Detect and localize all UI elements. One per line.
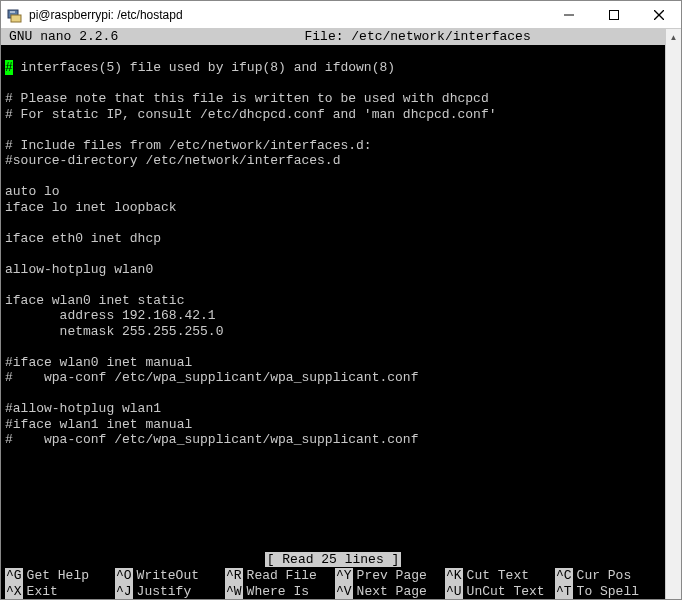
- editor-line: [5, 339, 665, 355]
- window-title: pi@raspberrypi: /etc/hostapd: [29, 8, 546, 22]
- shortcut-key: ^C: [555, 568, 573, 584]
- editor-line: [5, 76, 665, 92]
- titlebar: pi@raspberrypi: /etc/hostapd: [1, 1, 681, 29]
- editor-line: #allow-hotplug wlan1: [5, 401, 665, 417]
- svg-rect-4: [609, 10, 618, 19]
- nano-shortcut: ^WWhere Is: [225, 584, 335, 600]
- editor-content[interactable]: # interfaces(5) file used by ifup(8) and…: [1, 60, 665, 448]
- shortcut-label: Get Help: [27, 568, 89, 584]
- nano-shortcuts-row-2: ^XExit^JJustify^WWhere Is^VNext Page^UUn…: [5, 584, 665, 600]
- minimize-button[interactable]: [546, 1, 591, 29]
- nano-shortcuts-row-1: ^GGet Help^OWriteOut^RRead File^YPrev Pa…: [5, 568, 665, 584]
- shortcut-key: ^T: [555, 584, 573, 600]
- editor-line: [5, 122, 665, 138]
- editor-line: # wpa-conf /etc/wpa_supplicant/wpa_suppl…: [5, 432, 665, 448]
- editor-line: [5, 215, 665, 231]
- terminal[interactable]: GNU nano 2.2.6 File: /etc/network/interf…: [1, 29, 665, 599]
- nano-shortcut: ^RRead File: [225, 568, 335, 584]
- scrollbar[interactable]: ▲: [665, 29, 681, 599]
- editor-line: iface wlan0 inet static: [5, 293, 665, 309]
- titlebar-controls: [546, 1, 681, 29]
- editor-line: [5, 246, 665, 262]
- shortcut-key: ^X: [5, 584, 23, 600]
- nano-shortcuts: ^GGet Help^OWriteOut^RRead File^YPrev Pa…: [1, 568, 665, 599]
- nano-shortcut: ^VNext Page: [335, 584, 445, 600]
- editor-line: [5, 169, 665, 185]
- shortcut-label: Cut Text: [467, 568, 529, 584]
- nano-shortcut: ^GGet Help: [5, 568, 115, 584]
- editor-line: iface lo inet loopback: [5, 200, 665, 216]
- shortcut-label: To Spell: [577, 584, 639, 600]
- nano-status-text: [ Read 25 lines ]: [265, 552, 402, 568]
- cursor: #: [5, 60, 13, 75]
- putty-icon: [7, 7, 23, 23]
- editor-line: [5, 277, 665, 293]
- shortcut-key: ^W: [225, 584, 243, 600]
- nano-status-line: [ Read 25 lines ]: [1, 552, 665, 568]
- editor-line: # wpa-conf /etc/wpa_supplicant/wpa_suppl…: [5, 370, 665, 386]
- nano-shortcut: ^UUnCut Text: [445, 584, 555, 600]
- editor-line: #iface wlan0 inet manual: [5, 355, 665, 371]
- editor-line: allow-hotplug wlan0: [5, 262, 665, 278]
- close-button[interactable]: [636, 1, 681, 29]
- nano-shortcut: ^TTo Spell: [555, 584, 665, 600]
- nano-file-name: File: /etc/network/interfaces: [178, 29, 657, 45]
- shortcut-key: ^J: [115, 584, 133, 600]
- shortcut-key: ^R: [225, 568, 243, 584]
- editor-line: netmask 255.255.255.0: [5, 324, 665, 340]
- nano-shortcut: ^XExit: [5, 584, 115, 600]
- nano-header: GNU nano 2.2.6 File: /etc/network/interf…: [1, 29, 665, 45]
- nano-shortcut: ^KCut Text: [445, 568, 555, 584]
- nano-shortcut: ^JJustify: [115, 584, 225, 600]
- editor-line: iface eth0 inet dhcp: [5, 231, 665, 247]
- shortcut-key: ^V: [335, 584, 353, 600]
- shortcut-label: UnCut Text: [467, 584, 545, 600]
- nano-shortcut: ^YPrev Page: [335, 568, 445, 584]
- editor-line: #iface wlan1 inet manual: [5, 417, 665, 433]
- svg-rect-1: [11, 15, 21, 22]
- shortcut-key: ^O: [115, 568, 133, 584]
- shortcut-key: ^U: [445, 584, 463, 600]
- nano-shortcut: ^CCur Pos: [555, 568, 665, 584]
- editor-line: # interfaces(5) file used by ifup(8) and…: [5, 60, 665, 76]
- shortcut-label: WriteOut: [137, 568, 199, 584]
- editor-line: # Please note that this file is written …: [5, 91, 665, 107]
- shortcut-label: Where Is: [247, 584, 309, 600]
- shortcut-key: ^K: [445, 568, 463, 584]
- editor-line: #source-directory /etc/network/interface…: [5, 153, 665, 169]
- shortcut-key: ^Y: [335, 568, 353, 584]
- terminal-window: pi@raspberrypi: /etc/hostapd GNU nano 2.…: [0, 0, 682, 600]
- scroll-up-icon[interactable]: ▲: [666, 29, 681, 45]
- shortcut-label: Exit: [27, 584, 58, 600]
- shortcut-key: ^G: [5, 568, 23, 584]
- shortcut-label: Cur Pos: [577, 568, 632, 584]
- shortcut-label: Next Page: [357, 584, 427, 600]
- shortcut-label: Read File: [247, 568, 317, 584]
- editor-line: address 192.168.42.1: [5, 308, 665, 324]
- shortcut-label: Justify: [137, 584, 192, 600]
- maximize-button[interactable]: [591, 1, 636, 29]
- terminal-body-wrap: GNU nano 2.2.6 File: /etc/network/interf…: [1, 29, 681, 599]
- shortcut-label: Prev Page: [357, 568, 427, 584]
- nano-shortcut: ^OWriteOut: [115, 568, 225, 584]
- editor-line: # Include files from /etc/network/interf…: [5, 138, 665, 154]
- editor-line: # For static IP, consult /etc/dhcpcd.con…: [5, 107, 665, 123]
- nano-app-name: GNU nano 2.2.6: [9, 29, 118, 45]
- editor-line: [5, 386, 665, 402]
- editor-line: auto lo: [5, 184, 665, 200]
